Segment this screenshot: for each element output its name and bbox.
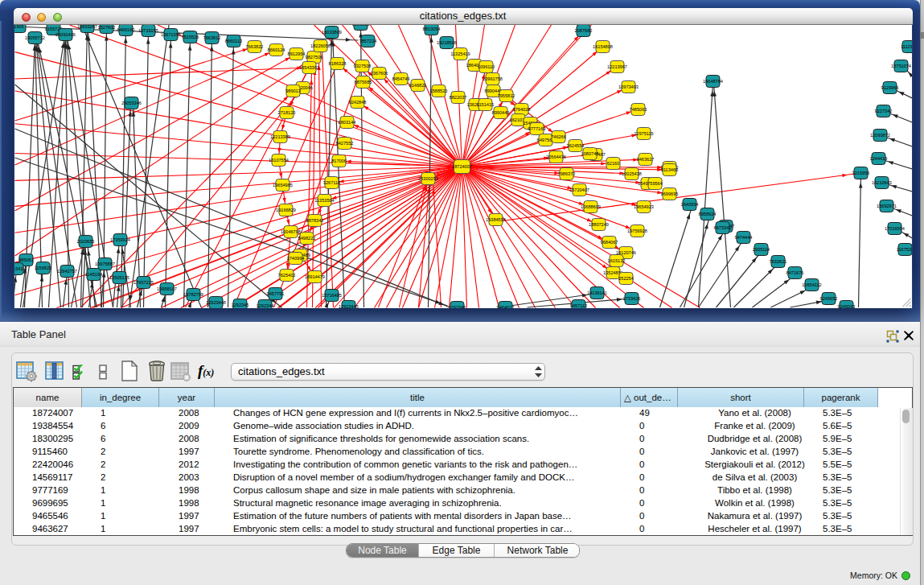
svg-text:19958107: 19958107 bbox=[157, 286, 177, 291]
svg-text:9684067: 9684067 bbox=[600, 240, 618, 245]
svg-text:8471676: 8471676 bbox=[786, 270, 803, 275]
svg-text:11325419: 11325419 bbox=[450, 51, 470, 56]
svg-text:14136141: 14136141 bbox=[587, 290, 607, 295]
svg-text:12213389: 12213389 bbox=[270, 134, 290, 139]
svg-text:8813054: 8813054 bbox=[422, 27, 440, 31]
svg-text:1292345: 1292345 bbox=[231, 303, 248, 307]
svg-text:20564436: 20564436 bbox=[546, 154, 566, 159]
svg-text:252254: 252254 bbox=[618, 276, 634, 281]
svg-text:1740994: 1740994 bbox=[286, 256, 304, 261]
svg-text:8454749: 8454749 bbox=[392, 76, 409, 81]
svg-text:2935114: 2935114 bbox=[752, 247, 769, 252]
svg-text:9464012: 9464012 bbox=[496, 305, 514, 308]
svg-text:25300293: 25300293 bbox=[418, 176, 438, 181]
svg-text:10654112: 10654112 bbox=[802, 282, 821, 287]
svg-text:7515526: 7515526 bbox=[181, 35, 199, 39]
svg-text:16648784: 16648784 bbox=[703, 79, 723, 84]
svg-text:16107554: 16107554 bbox=[269, 158, 289, 163]
svg-text:10046798: 10046798 bbox=[281, 229, 301, 234]
svg-text:10719155: 10719155 bbox=[138, 28, 158, 33]
svg-text:1603381: 1603381 bbox=[351, 25, 369, 27]
svg-text:1112964: 1112964 bbox=[901, 44, 912, 49]
svg-text:17359924: 17359924 bbox=[110, 237, 130, 242]
svg-text:1096110: 1096110 bbox=[477, 64, 494, 69]
svg-text:9129966: 9129966 bbox=[881, 85, 898, 90]
svg-text:2087682: 2087682 bbox=[574, 28, 592, 33]
svg-text:1080748: 1080748 bbox=[581, 151, 598, 156]
svg-text:19166829: 19166829 bbox=[276, 208, 296, 212]
svg-text:10653287: 10653287 bbox=[77, 25, 97, 29]
svg-text:9242848: 9242848 bbox=[348, 100, 366, 105]
svg-text:15751074: 15751074 bbox=[891, 64, 911, 68]
svg-text:7663822: 7663822 bbox=[245, 44, 263, 49]
svg-text:2803144: 2803144 bbox=[338, 120, 355, 125]
svg-text:8822037: 8822037 bbox=[449, 95, 466, 100]
svg-text:19756928: 19756928 bbox=[627, 229, 647, 233]
svg-text:16782759: 16782759 bbox=[183, 292, 203, 297]
svg-text:15716485: 15716485 bbox=[322, 293, 342, 298]
svg-text:20091406: 20091406 bbox=[55, 32, 76, 37]
svg-text:8878342: 8878342 bbox=[306, 218, 323, 223]
svg-text:16033809: 16033809 bbox=[322, 30, 342, 35]
svg-text:8990449: 8990449 bbox=[491, 110, 509, 115]
svg-text:9827506: 9827506 bbox=[305, 55, 322, 60]
svg-text:1292346: 1292346 bbox=[448, 305, 466, 308]
svg-text:10961758: 10961758 bbox=[483, 76, 503, 81]
svg-text:6466160: 6466160 bbox=[117, 27, 134, 32]
svg-text:8912954: 8912954 bbox=[287, 51, 305, 56]
svg-text:10975887: 10975887 bbox=[95, 262, 115, 266]
svg-text:9245093: 9245093 bbox=[837, 304, 855, 308]
svg-text:18226058: 18226058 bbox=[310, 43, 331, 48]
svg-text:8427552: 8427552 bbox=[335, 141, 353, 146]
svg-text:8186328: 8186328 bbox=[328, 61, 346, 66]
svg-text:12975115: 12975115 bbox=[634, 131, 653, 136]
svg-text:1588520: 1588520 bbox=[429, 89, 447, 93]
svg-text:3215956: 3215956 bbox=[852, 171, 869, 175]
svg-text:1167533: 1167533 bbox=[896, 247, 912, 252]
svg-text:9457791: 9457791 bbox=[266, 291, 284, 296]
svg-text:7955812: 7955812 bbox=[497, 93, 515, 98]
svg-text:1527602: 1527602 bbox=[97, 25, 115, 30]
svg-text:8875685: 8875685 bbox=[354, 80, 372, 84]
svg-text:18807249: 18807249 bbox=[589, 222, 609, 227]
svg-text:9699695: 9699695 bbox=[660, 192, 678, 196]
svg-text:10025438: 10025438 bbox=[622, 171, 642, 176]
svg-text:2367606: 2367606 bbox=[370, 71, 388, 76]
svg-text:16914479: 16914479 bbox=[305, 274, 325, 279]
svg-text:12093872: 12093872 bbox=[870, 133, 890, 138]
svg-text:1733426: 1733426 bbox=[622, 296, 640, 301]
svg-text:9457113: 9457113 bbox=[569, 303, 586, 308]
svg-text:7485063: 7485063 bbox=[629, 107, 647, 112]
svg-text:3624554: 3624554 bbox=[566, 143, 584, 148]
svg-text:10973493: 10973493 bbox=[618, 84, 639, 89]
svg-text:11353594: 11353594 bbox=[314, 198, 334, 203]
svg-text:16543362: 16543362 bbox=[299, 65, 319, 70]
svg-text:1151415: 1151415 bbox=[476, 102, 493, 107]
svg-text:12942757: 12942757 bbox=[57, 269, 77, 274]
svg-text:9474444: 9474444 bbox=[734, 235, 752, 240]
svg-text:3915411: 3915411 bbox=[14, 266, 25, 271]
svg-text:6794028: 6794028 bbox=[512, 107, 530, 112]
svg-text:19384554: 19384554 bbox=[486, 217, 506, 222]
svg-text:7857224: 7857224 bbox=[359, 39, 376, 43]
svg-text:29053346: 29053346 bbox=[121, 101, 142, 105]
svg-text:1156829: 1156829 bbox=[34, 266, 51, 270]
svg-text:3267110: 3267110 bbox=[322, 180, 339, 185]
svg-text:7625402: 7625402 bbox=[277, 273, 295, 278]
svg-text:1905: 1905 bbox=[14, 25, 24, 29]
svg-text:10688609: 10688609 bbox=[581, 204, 601, 209]
svg-text:6673341: 6673341 bbox=[713, 225, 731, 230]
svg-text:62160: 62160 bbox=[606, 161, 619, 166]
svg-text:17016504: 17016504 bbox=[885, 226, 905, 231]
svg-text:19055712: 19055712 bbox=[25, 35, 45, 40]
svg-text:9146821: 9146821 bbox=[409, 83, 426, 88]
svg-text:817006: 817006 bbox=[331, 159, 347, 163]
svg-text:8958924: 8958924 bbox=[698, 212, 716, 216]
svg-text:10671355: 10671355 bbox=[161, 32, 181, 37]
svg-text:12923445: 12923445 bbox=[339, 304, 359, 308]
svg-text:985061: 985061 bbox=[18, 257, 34, 262]
svg-text:8660124: 8660124 bbox=[267, 47, 285, 52]
svg-text:5498222: 5498222 bbox=[298, 236, 315, 241]
svg-text:1244419: 1244419 bbox=[869, 156, 887, 161]
svg-text:19218506: 19218506 bbox=[437, 40, 457, 45]
